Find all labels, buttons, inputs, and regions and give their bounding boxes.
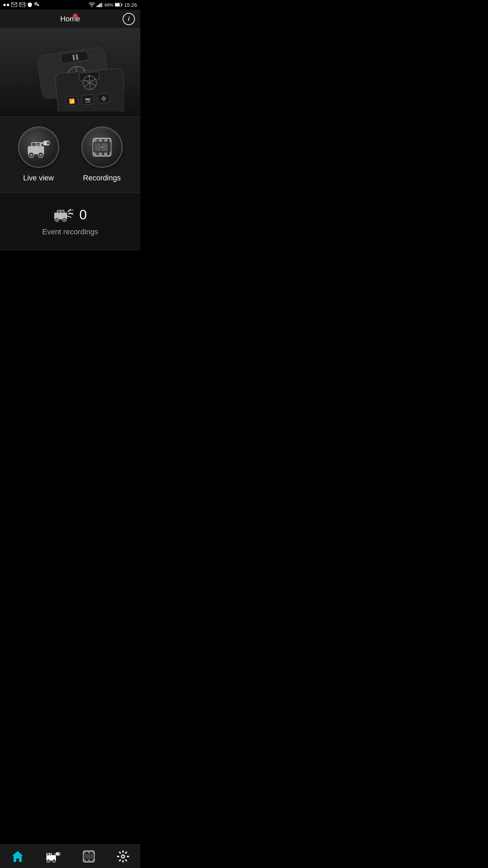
dashcam-device-illustration: ▐▐ ▼ 📶 📷 ⏻ [16, 34, 124, 112]
svg-rect-9 [98, 5, 99, 7]
svg-point-47 [46, 141, 50, 145]
svg-rect-51 [99, 138, 102, 142]
svg-point-62 [101, 146, 103, 149]
dot2 [7, 4, 9, 6]
shield-icon [27, 2, 32, 7]
svg-rect-11 [101, 3, 102, 7]
device-image-section: ▐▐ ▼ 📶 📷 ⏻ [0, 28, 140, 117]
svg-rect-65 [58, 210, 60, 213]
event-count-row: 0 [54, 206, 87, 223]
svg-rect-15 [122, 4, 122, 6]
dot-pair-icon [3, 4, 9, 6]
svg-text:📶: 📶 [69, 98, 75, 104]
camera-car-icon [25, 135, 52, 159]
actions-section: Live view [0, 117, 140, 193]
recordings-circle [82, 127, 122, 167]
info-icon: i [128, 16, 129, 22]
svg-rect-5 [37, 4, 39, 5]
svg-text:⏻: ⏻ [101, 96, 106, 101]
svg-rect-53 [109, 138, 111, 142]
svg-rect-7 [38, 5, 38, 6]
battery-icon [115, 3, 122, 7]
svg-point-44 [40, 154, 42, 156]
svg-rect-56 [104, 153, 107, 156]
status-right-icons: 68% 15:26 [89, 2, 137, 8]
recording-indicator [73, 14, 78, 18]
film-reel-icon [90, 135, 114, 159]
status-left-icons [3, 2, 39, 7]
email-icon [19, 2, 25, 7]
recordings-label: Recordings [83, 174, 121, 182]
clock: 15:26 [124, 2, 137, 8]
svg-point-68 [56, 219, 58, 221]
key-icon [34, 2, 39, 7]
svg-rect-54 [93, 153, 97, 156]
live-view-action[interactable]: Live view [15, 127, 62, 182]
svg-rect-6 [38, 5, 39, 6]
svg-rect-50 [93, 138, 97, 142]
battery-percent: 68% [104, 2, 113, 7]
gmail-icon [11, 2, 17, 7]
svg-rect-55 [99, 153, 102, 156]
wifi-icon [89, 2, 95, 7]
svg-text:📷: 📷 [85, 96, 91, 103]
svg-rect-39 [32, 143, 36, 146]
svg-rect-10 [99, 4, 100, 7]
svg-rect-52 [104, 138, 107, 142]
svg-point-42 [30, 154, 32, 156]
svg-rect-66 [61, 210, 64, 213]
dot1 [3, 4, 6, 6]
svg-rect-59 [95, 143, 101, 151]
signal-icon [97, 2, 103, 7]
recordings-action[interactable]: Recordings [78, 127, 126, 182]
svg-line-74 [68, 210, 73, 211]
status-bar: 68% 15:26 [0, 0, 140, 9]
svg-line-73 [67, 216, 71, 217]
svg-rect-12 [102, 2, 103, 7]
live-view-label: Live view [23, 174, 54, 182]
svg-rect-8 [97, 6, 98, 7]
car-crash-icon [54, 206, 74, 223]
app-header: Home i [0, 9, 140, 28]
event-count-number: 0 [79, 207, 87, 222]
info-button[interactable]: i [123, 13, 135, 25]
svg-point-70 [63, 219, 65, 221]
svg-rect-57 [109, 153, 111, 156]
svg-point-4 [35, 3, 37, 4]
svg-rect-14 [115, 3, 120, 6]
event-recordings-label: Event recordings [42, 228, 98, 236]
live-view-circle [18, 127, 59, 167]
event-section[interactable]: 0 Event recordings [0, 193, 140, 250]
